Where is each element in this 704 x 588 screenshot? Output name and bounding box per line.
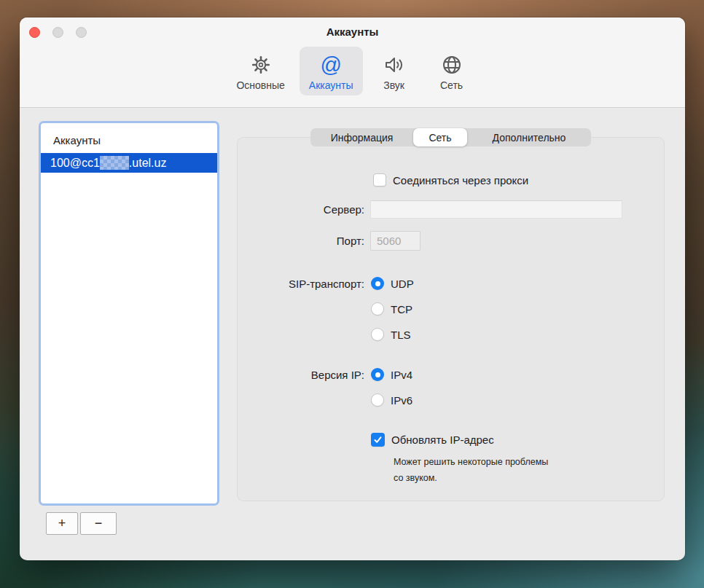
- remove-account-button[interactable]: −: [80, 512, 117, 535]
- preferences-window: Аккаунты: [20, 17, 685, 560]
- toolbar-item-general[interactable]: Основные: [227, 47, 294, 95]
- radio-ipv4[interactable]: [371, 368, 384, 381]
- transport-label: SIP-транспорт:: [231, 278, 364, 290]
- note-line-2: со звуком.: [394, 473, 437, 483]
- radio-udp-label: UDP: [391, 278, 414, 290]
- radio-ipv6-label: IPv6: [391, 394, 412, 407]
- proxy-label: Соединяться через прокси: [393, 174, 528, 187]
- proxy-checkbox[interactable]: [373, 173, 386, 187]
- radio-tls-label: TLS: [391, 329, 411, 341]
- update-ip-note: Может решить некоторые проблемысо звуком…: [394, 455, 619, 486]
- tab-network[interactable]: Сеть: [413, 128, 467, 146]
- toolbar-label-accounts: Аккаунты: [309, 79, 353, 91]
- ip-option-ipv6[interactable]: IPv6: [371, 393, 412, 407]
- titlebar: Аккаунты: [20, 17, 685, 108]
- toolbar-item-accounts[interactable]: @ Аккаунты: [300, 47, 363, 95]
- toolbar-label-sound: Звук: [383, 79, 404, 91]
- tab-content-box: [237, 137, 665, 501]
- account-id-redacted: [100, 156, 129, 170]
- accounts-list-header: Аккаунты: [41, 123, 217, 153]
- account-id-prefix: 100@cc1: [50, 157, 100, 169]
- radio-ipv4-label: IPv4: [391, 369, 412, 381]
- toolbar-label-network: Сеть: [440, 79, 463, 91]
- radio-tls[interactable]: [371, 328, 384, 341]
- radio-tcp[interactable]: [371, 302, 384, 315]
- window-title: Аккаунты: [20, 26, 685, 38]
- transport-option-tls[interactable]: TLS: [371, 328, 411, 341]
- radio-tcp-label: TCP: [391, 303, 412, 315]
- add-account-button[interactable]: +: [46, 512, 78, 535]
- account-list-buttons: + −: [46, 512, 117, 535]
- radio-udp[interactable]: [371, 277, 384, 290]
- update-ip-label: Обновлять IP-адрес: [391, 434, 494, 446]
- note-line-1: Может решить некоторые проблемы: [394, 457, 548, 467]
- gear-icon: [249, 52, 273, 78]
- toolbar-label-general: Основные: [236, 79, 284, 91]
- proxy-checkbox-row[interactable]: Соединяться через прокси: [373, 173, 528, 187]
- radio-ipv6[interactable]: [371, 393, 384, 407]
- port-input[interactable]: 5060: [370, 231, 421, 251]
- transport-option-udp[interactable]: UDP: [371, 277, 414, 290]
- at-icon: @: [320, 52, 341, 78]
- globe-icon: [440, 52, 464, 78]
- server-input[interactable]: [370, 200, 622, 219]
- accounts-list[interactable]: Аккаунты 100@cc1.utel.uz: [39, 121, 219, 506]
- toolbar: Основные @ Аккаунты Звук: [20, 47, 685, 95]
- update-ip-checkbox[interactable]: [371, 433, 385, 447]
- transport-option-tcp[interactable]: TCP: [371, 302, 412, 315]
- toolbar-item-sound[interactable]: Звук: [368, 47, 421, 95]
- ip-version-label: Версия IP:: [231, 369, 364, 381]
- account-id-suffix: .utel.uz: [129, 157, 167, 169]
- desktop-wallpaper: Аккаунты: [0, 0, 704, 588]
- speaker-icon: [383, 52, 406, 78]
- toolbar-item-network[interactable]: Сеть: [426, 47, 478, 95]
- ip-option-ipv4[interactable]: IPv4: [371, 368, 412, 381]
- tab-information[interactable]: Информация: [310, 128, 413, 146]
- tab-advanced[interactable]: Дополнительно: [467, 128, 591, 146]
- server-label: Сервер:: [231, 203, 364, 216]
- tab-segmented-control: Информация Сеть Дополнительно: [310, 128, 591, 146]
- account-list-item[interactable]: 100@cc1.utel.uz: [41, 153, 217, 173]
- checkmark-icon: [373, 435, 383, 444]
- update-ip-row[interactable]: Обновлять IP-адрес: [371, 433, 494, 447]
- port-label: Порт:: [231, 235, 364, 247]
